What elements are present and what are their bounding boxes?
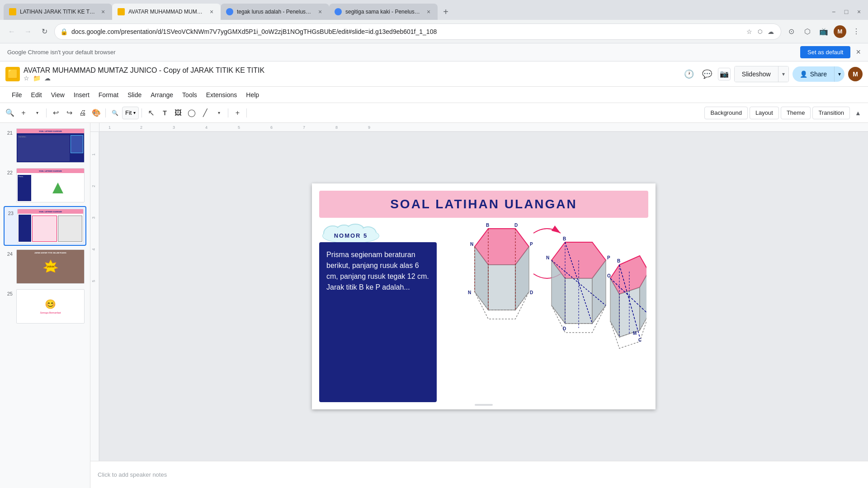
svg-text:C: C — [638, 338, 642, 343]
forward-button[interactable]: → — [22, 25, 34, 38]
tab-3[interactable]: tegak lurus adalah - Penelusura... × — [221, 4, 329, 20]
menu-dots-icon[interactable]: ⋮ — [850, 25, 863, 38]
speaker-notes-placeholder: Click to add speaker notes — [98, 471, 167, 478]
line-dropdown-button[interactable]: ▾ — [212, 107, 225, 119]
share-button[interactable]: 👤 Share — [793, 66, 835, 82]
menu-view[interactable]: View — [47, 89, 69, 100]
share-page-icon[interactable]: ⬡ — [755, 27, 764, 36]
slide-title: SOAL LATIHAN ULANGAN — [390, 197, 577, 211]
slideshow-button-group: Slideshow ▾ — [734, 66, 789, 82]
svg-text:B: B — [617, 258, 620, 263]
comment-tool-button[interactable]: + — [231, 107, 244, 119]
menu-tools[interactable]: Tools — [178, 89, 202, 100]
new-tab-button[interactable]: + — [439, 5, 452, 18]
zoom-dropdown-button[interactable]: ▾ — [31, 107, 43, 119]
tab-4[interactable]: segitiga sama kaki - Penelusura... × — [329, 4, 438, 20]
user-avatar[interactable]: M — [848, 67, 863, 81]
tab2-close[interactable]: × — [208, 8, 215, 15]
menu-insert[interactable]: Insert — [69, 89, 94, 100]
zoom-in-button[interactable]: + — [17, 107, 30, 119]
slide-thumb-21[interactable]: 21 SOAL LATIHAN ULANGAN Soal latihan... — [4, 127, 86, 164]
menu-slide[interactable]: Slide — [123, 89, 146, 100]
maximize-button[interactable]: □ — [841, 6, 852, 17]
slide-thumb-24[interactable]: 24 JARAK ANTAR TITIK DALAM RUANG JARAK — [4, 248, 86, 286]
tab-1[interactable]: LATIHAN JARAK TITIK KE TITIK × — [4, 4, 112, 20]
folder-icon[interactable]: 📁 — [33, 75, 41, 82]
slide-thumb-25[interactable]: 25 😊 Semoga Bermanfaat — [4, 287, 86, 325]
menu-help[interactable]: Help — [241, 89, 264, 100]
slide-thumb-23[interactable]: 23 SOAL LATIHAN ULANGAN — [4, 206, 86, 246]
slideshow-dropdown[interactable]: ▾ — [778, 66, 788, 82]
close-window-button[interactable]: × — [854, 6, 864, 17]
extensions-icon[interactable]: ⬡ — [801, 25, 814, 38]
thumb24-starburst: JARAK — [42, 259, 60, 272]
bookmark-icon[interactable]: ☆ — [745, 27, 754, 36]
menu-file[interactable]: File — [7, 89, 27, 100]
zoom-percentage-button[interactable]: 🔍 — [108, 107, 121, 119]
speaker-notes-area[interactable]: Click to add speaker notes — [90, 461, 868, 488]
svg-text:B: B — [563, 236, 566, 241]
toolbar-collapse-button[interactable]: ▲ — [852, 107, 864, 119]
layout-button[interactable]: Layout — [750, 107, 779, 119]
transition-button[interactable]: Transition — [812, 107, 850, 119]
undo-button[interactable]: ↩ — [49, 107, 62, 119]
menu-edit[interactable]: Edit — [27, 89, 47, 100]
redo-button[interactable]: ↪ — [63, 107, 75, 119]
print-button[interactable]: 🖨 — [76, 107, 89, 119]
tab1-close[interactable]: × — [99, 8, 107, 15]
svg-text:7: 7 — [303, 125, 305, 130]
image-tool-button[interactable]: 🖼 — [172, 107, 184, 119]
thumb22-content: Prisma... — [18, 175, 83, 201]
slide-thumb-22[interactable]: 22 SOAL LATIHAN ULANGAN Prisma... — [4, 166, 86, 204]
background-button[interactable]: Background — [704, 107, 747, 119]
tab-2[interactable]: AVATAR MUHAMMAD MUMTA... × — [112, 4, 221, 20]
version-history-button[interactable]: 🕐 — [682, 67, 696, 81]
profile-icon[interactable]: M — [834, 25, 846, 38]
thumb22-title: SOAL LATIHAN ULANGAN — [39, 170, 62, 172]
shapes-tool-button[interactable]: ◯ — [185, 107, 198, 119]
thumb22-shape-area — [32, 175, 83, 201]
set-default-button[interactable]: Set as default — [800, 46, 851, 58]
comments-button[interactable]: 💬 — [700, 67, 714, 81]
camera-button[interactable]: 📷 — [718, 68, 731, 80]
toolbar: 🔍 + ▾ ↩ ↪ 🖨 🎨 🔍 Fit ▾ ↖ T 🖼 ◯ ╱ ▾ + — [0, 103, 868, 123]
slideshow-button[interactable]: Slideshow — [735, 66, 778, 82]
menu-format[interactable]: Format — [94, 89, 123, 100]
share-dropdown[interactable]: ▾ — [835, 66, 844, 82]
text-tool-button[interactable]: T — [158, 107, 171, 119]
slide-canvas[interactable]: SOAL LATIHAN ULANGAN — [312, 183, 656, 409]
svg-text:NOMOR 5: NOMOR 5 — [334, 232, 368, 239]
minimize-button[interactable]: − — [828, 6, 839, 17]
back-button[interactable]: ← — [5, 25, 18, 38]
svg-text:3: 3 — [173, 125, 175, 130]
thumb23-prism1-shape — [32, 216, 57, 242]
canvas-with-ruler: 1 2 3 4 5 SOAL LATIHAN — [90, 132, 868, 461]
history-icon[interactable]: ⊙ — [785, 25, 797, 38]
title-icons: ☆ 📁 ☁ — [24, 75, 264, 82]
thumb23-prisms — [32, 216, 82, 242]
tab3-close[interactable]: × — [316, 8, 324, 15]
zoom-display[interactable]: Fit ▾ — [122, 107, 139, 119]
tab4-close[interactable]: × — [425, 8, 432, 15]
line-tool-button[interactable]: ╱ — [199, 107, 212, 119]
address-bar[interactable]: 🔒 docs.google.com/presentation/d/1SVeoVC… — [54, 23, 781, 40]
star-icon[interactable]: ☆ — [24, 75, 29, 82]
cursor-tool-button[interactable]: ↖ — [145, 107, 157, 119]
svg-text:3: 3 — [91, 216, 96, 219]
search-tool-button[interactable]: 🔍 — [4, 107, 16, 119]
thumb23-blue-box — [19, 215, 31, 242]
banner-close-icon[interactable]: × — [856, 47, 861, 57]
menu-arrange[interactable]: Arrange — [146, 89, 178, 100]
cast-icon[interactable]: 📺 — [817, 25, 830, 38]
cloud-save-icon[interactable]: ☁ — [766, 27, 775, 36]
ruler-corner — [90, 123, 99, 132]
paint-format-button[interactable]: 🎨 — [90, 107, 103, 119]
tab-bar: LATIHAN JARAK TITIK KE TITIK × AVATAR MU… — [0, 0, 868, 20]
reload-button[interactable]: ↻ — [38, 25, 51, 38]
menu-extensions[interactable]: Extensions — [202, 89, 241, 100]
svg-text:P: P — [530, 242, 533, 247]
theme-button[interactable]: Theme — [781, 107, 811, 119]
svg-text:N: N — [546, 255, 549, 260]
thumb25-text: Semoga Bermanfaat — [40, 311, 61, 314]
svg-text:M: M — [633, 331, 637, 336]
